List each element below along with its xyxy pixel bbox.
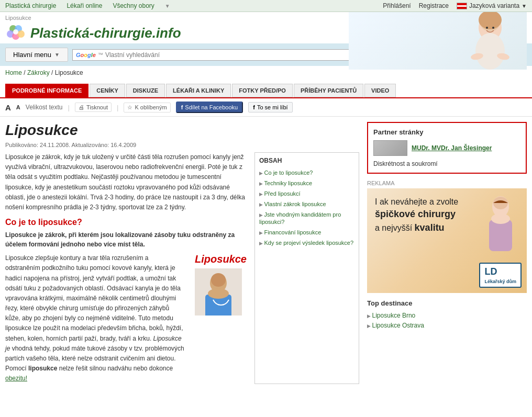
- toc-link-1[interactable]: Co je to liposukce?: [264, 170, 313, 176]
- tab-fotky-pred-po[interactable]: FOTKY PŘED/PO: [232, 84, 293, 97]
- publish-date: Publikováno: 24.11.2008. Aktualizováno: …: [5, 142, 359, 148]
- header-banner-image: [349, 12, 527, 70]
- partner-logo: [373, 140, 407, 156]
- doctor-image: [195, 268, 242, 315]
- print-button[interactable]: 🖨 Tisknout: [75, 103, 112, 112]
- nav-arrow-icon: ▼: [165, 3, 170, 9]
- article-body-wrap: Liposukce je zákrok, kdy je tuk uložený …: [5, 152, 359, 384]
- lang-label: Jazyková varianta: [469, 2, 519, 9]
- ad-text4: kvalitu: [415, 222, 445, 233]
- ad-woman-icon: [480, 194, 522, 262]
- content-left: Liposukce Publikováno: 24.11.2008. Aktua…: [5, 122, 359, 384]
- tab-podrobne-informace[interactable]: PODROBNÉ INFORMACE: [5, 84, 88, 97]
- breadcrumb-sep2: /: [51, 69, 55, 76]
- article-body-text: Liposukce zlepšuje kontury a tvar těla r…: [5, 253, 184, 384]
- tab-diskuze[interactable]: DISKUZE: [126, 84, 165, 97]
- breadcrumb-home[interactable]: Home: [5, 69, 22, 76]
- language-selector[interactable]: Jazyková varianta ▼: [457, 2, 527, 9]
- toc-link-2[interactable]: Techniky liposukce: [264, 180, 313, 186]
- toc-item-3: Před liposukcí: [259, 188, 354, 199]
- toc-item-2: Techniky liposukce: [259, 178, 354, 188]
- dest-link-ostrava[interactable]: Liposukce Ostrava: [372, 322, 424, 329]
- nav-plastic-surgery[interactable]: Plastická chirurgie: [5, 2, 56, 9]
- doctor-image-area: Liposukce: [195, 253, 247, 315]
- section1-bold2: liposukce: [28, 365, 57, 372]
- ad-text1: I ak neváhejte a zvolte: [375, 197, 458, 206]
- toc-link-6[interactable]: Financování liposukce: [264, 229, 322, 235]
- ad-text3: a nejvyšší: [375, 223, 412, 232]
- tab-pribehy-pacientu[interactable]: PŘÍBĚHY PACIENTŮ: [294, 84, 363, 97]
- toc-item-5: Jste vhodným kandidátem pro liposukci?: [259, 209, 354, 227]
- star-icon: ☆: [127, 104, 132, 111]
- top-navigation: Plastická chirurgie Lékaři online Všechn…: [0, 0, 532, 12]
- text-size-small-button[interactable]: A: [16, 104, 20, 110]
- site-logo-text: Plastická-chirurgie.info: [30, 25, 181, 41]
- register-link[interactable]: Registrace: [419, 2, 449, 9]
- svg-point-13: [492, 27, 494, 29]
- ad-label: REKLAMA: [367, 180, 527, 186]
- toc-list: Co je to liposukce? Techniky liposukce P…: [259, 167, 354, 248]
- svg-point-12: [486, 27, 488, 29]
- breadcrumb-current: Liposukce: [55, 69, 83, 76]
- header-woman-illustration: [422, 12, 527, 70]
- menu-arrow-icon: ▼: [54, 52, 60, 58]
- toc-link-7[interactable]: Kdy se projeví výsledek liposukce?: [264, 240, 354, 246]
- svg-rect-21: [489, 220, 512, 251]
- section1-text3: nelze řešit silnou nadváhu nebo dokonce: [59, 365, 173, 372]
- top-destinations-box: Top destinace Liposukce Brno Liposukce O…: [367, 299, 527, 330]
- toc-item-7: Kdy se projeví výsledek liposukce?: [259, 238, 354, 248]
- breadcrumb-zakroky[interactable]: Zákroky: [27, 69, 50, 76]
- tab-video[interactable]: VIDEO: [364, 84, 396, 97]
- partner-sub: Diskrétnost a soukromí: [373, 160, 520, 167]
- svg-point-22: [491, 213, 510, 224]
- section1-bold: Liposukce je zákrok, při kterém jsou lok…: [5, 230, 247, 249]
- facebook-icon: f: [181, 104, 183, 110]
- article-title: Liposukce: [5, 122, 359, 139]
- doctor-section-label: Liposukce: [195, 253, 247, 265]
- tab-bar: PODROBNÉ INFORMACE CENÍKY DISKUZE LÉKAŘI…: [0, 80, 532, 98]
- section1-text: Liposukce zlepšuje kontury a tvar těla r…: [5, 254, 183, 342]
- menu-label: Hlavní menu: [13, 51, 51, 59]
- toc-item-6: Financování liposukce: [259, 227, 354, 238]
- text-size-large-button[interactable]: A: [5, 103, 11, 112]
- toc-link-4[interactable]: Vlastní zákrok liposukce: [264, 201, 326, 207]
- content-right: Partner stránky MUDr. MVDr. Jan Šlesinge…: [367, 122, 527, 384]
- svg-point-18: [208, 288, 229, 299]
- ad-logo: LD Lékařský dům: [479, 263, 522, 288]
- destinations-list: Liposukce Brno Liposukce Ostrava: [367, 310, 527, 330]
- dest-item-brno: Liposukce Brno: [367, 310, 527, 320]
- top-destinations-title: Top destinace: [367, 299, 527, 307]
- facebook-like-button[interactable]: f To se mi líbí: [248, 102, 292, 112]
- section1-title: Co je to liposukce?: [5, 218, 247, 227]
- main-menu-button[interactable]: Hlavní menu ▼: [5, 48, 68, 62]
- toc-item-1: Co je to liposukce?: [259, 167, 354, 178]
- login-link[interactable]: Přihlášení: [383, 2, 411, 9]
- logo-flower-icon: [5, 22, 26, 43]
- printer-icon: 🖨: [79, 104, 84, 110]
- google-logo: Google: [76, 52, 96, 58]
- toc-link-5[interactable]: Jste vhodným kandidátem pro liposukci?: [259, 211, 341, 225]
- svg-point-9: [475, 33, 505, 70]
- top-nav-right: Přihlášení Registrace Jazyková varianta …: [383, 2, 527, 9]
- ad-box[interactable]: I ak neváhejte a zvolte špičkové chirurg…: [367, 188, 527, 293]
- toc-title: OBSAH: [259, 157, 354, 164]
- svg-point-16: [211, 273, 226, 287]
- tab-lekari-a-kliniky[interactable]: LÉKAŘI A KLINIKY: [166, 84, 231, 97]
- facebook-share-button[interactable]: f Sdílet na Facebooku: [176, 102, 243, 113]
- like-icon: f: [253, 104, 255, 110]
- main-layout: Liposukce Publikováno: 24.11.2008. Aktua…: [0, 117, 532, 389]
- toc-box: OBSAH Co je to liposukce? Techniky lipos…: [254, 152, 359, 384]
- toc-link-3[interactable]: Před liposukcí: [264, 190, 301, 197]
- favorite-button[interactable]: ☆ K oblíbeným: [124, 103, 170, 112]
- dest-link-brno[interactable]: Liposukce Brno: [372, 312, 416, 319]
- tab-ceniky[interactable]: CENÍKY: [90, 84, 125, 97]
- partner-title: Partner stránky: [373, 128, 520, 136]
- nav-doctors-online[interactable]: Lékaři online: [66, 2, 102, 9]
- page-header: Liposukce Plastická-chirurgie.info: [0, 12, 532, 43]
- nav-all-fields[interactable]: Všechny obory: [113, 2, 154, 9]
- svg-point-5: [13, 29, 18, 35]
- partner-name-link[interactable]: MUDr. MVDr. Jan Šlesinger: [412, 144, 492, 152]
- toc-item-4: Vlastní zákrok liposukce: [259, 199, 354, 209]
- size-label: Velikost textu: [26, 104, 63, 111]
- section1-obesity-link[interactable]: obezitu!: [5, 375, 27, 382]
